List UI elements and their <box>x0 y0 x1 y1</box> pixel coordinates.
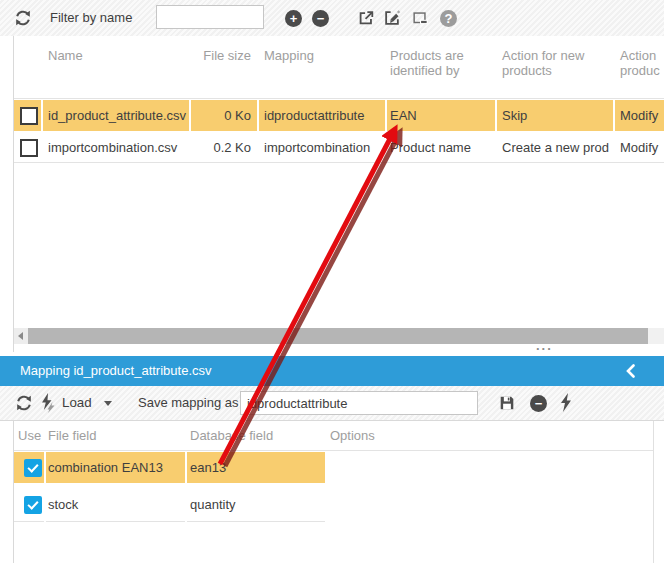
cell-name: importcombination.csv <box>43 132 189 163</box>
column-header-options[interactable]: Options <box>330 428 450 444</box>
cell-options <box>330 489 450 520</box>
edit-icon[interactable] <box>383 9 401 27</box>
column-header-database-field[interactable]: Database field <box>187 428 325 444</box>
row-checkbox[interactable] <box>20 139 38 157</box>
column-header-action-existing[interactable]: Action produc <box>615 48 664 80</box>
remove-icon[interactable]: − <box>530 395 547 412</box>
refresh-icon[interactable] <box>15 394 33 412</box>
mapping-toolbar: Load Save mapping as − <box>0 386 664 421</box>
refresh-icon[interactable] <box>14 9 32 27</box>
row-checkbox[interactable] <box>20 107 38 125</box>
row-divider <box>46 521 185 522</box>
column-header-file-field[interactable]: File field <box>46 428 185 444</box>
table-right-border <box>653 421 654 563</box>
cell-name: id_product_attribute.csv <box>43 100 189 131</box>
load-dropdown-caret-icon[interactable] <box>104 401 112 406</box>
cell-action-new: Create a new prod <box>497 132 613 163</box>
cell-file-field: combination EAN13 <box>46 452 185 483</box>
mapping-panel-header: Mapping id_product_attribute.csv <box>0 356 664 386</box>
use-checkbox[interactable] <box>24 459 42 477</box>
cell-options <box>330 452 450 483</box>
header-divider <box>14 98 664 99</box>
window-minus-icon[interactable] <box>411 9 429 27</box>
load-bolt-icon[interactable] <box>40 393 56 413</box>
filter-label: Filter by name <box>50 0 132 36</box>
files-toolbar: Filter by name + − ? <box>0 0 664 36</box>
use-checkbox[interactable] <box>24 496 42 514</box>
export-icon[interactable] <box>357 9 375 27</box>
cell-size: 0 Ko <box>191 100 257 131</box>
cell-database-field: ean13 <box>187 452 325 483</box>
cell-action-existing: Modify <box>615 100 664 131</box>
help-icon[interactable]: ? <box>440 10 457 27</box>
horizontal-scrollbar[interactable] <box>14 328 664 344</box>
mapping-panel-title: Mapping id_product_attribute.csv <box>20 356 212 386</box>
row-divider <box>14 521 44 522</box>
cell-database-field: quantity <box>187 489 325 520</box>
app-window: Filter by name + − ? Name File size Mapp… <box>0 0 664 563</box>
cell-size: 0.2 Ko <box>191 132 257 163</box>
column-header-action-new[interactable]: Action for new products <box>497 48 613 80</box>
column-header-identified-by[interactable]: Products are identified by <box>387 48 495 80</box>
load-button[interactable]: Load <box>62 386 92 420</box>
column-header-use[interactable]: Use <box>14 428 44 444</box>
column-header-file-size[interactable]: File size <box>191 48 257 63</box>
splitter-handle[interactable]: ... <box>536 339 553 352</box>
cell-action-new: Skip <box>497 100 613 131</box>
filter-input[interactable] <box>156 5 264 29</box>
cell-file-field: stock <box>46 489 185 520</box>
column-header-name[interactable]: Name <box>43 48 189 63</box>
cell-mapping: idproductattribute <box>259 100 385 131</box>
mapping-name-input[interactable] <box>240 391 478 415</box>
save-mapping-as-label: Save mapping as <box>138 386 238 420</box>
row-divider <box>187 521 325 522</box>
bolt-icon[interactable] <box>559 393 573 413</box>
collapse-chevron-icon[interactable] <box>625 364 636 378</box>
cell-mapping: importcombination <box>259 132 385 163</box>
save-icon[interactable] <box>498 394 516 412</box>
row-divider <box>14 162 664 163</box>
header-divider <box>14 450 653 451</box>
scrollbar-thumb[interactable] <box>28 328 648 344</box>
scroll-left-icon[interactable] <box>14 328 28 344</box>
cell-identified: Product name <box>387 132 495 163</box>
remove-icon[interactable]: − <box>312 10 329 27</box>
table-left-border <box>13 36 14 352</box>
cell-identified: EAN <box>387 100 495 131</box>
column-header-mapping[interactable]: Mapping <box>259 48 385 63</box>
add-icon[interactable]: + <box>285 10 302 27</box>
cell-action-existing: Modify <box>615 132 664 163</box>
